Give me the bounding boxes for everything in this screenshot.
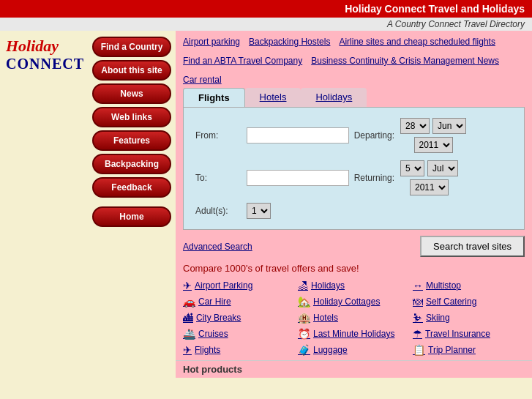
- link-flights[interactable]: ✈Flights: [183, 343, 295, 357]
- nav-airline-sites[interactable]: Airline sites and cheap scheduled flight…: [339, 37, 495, 47]
- luggage-icon: 🧳: [298, 344, 310, 356]
- advanced-search-link[interactable]: Advanced Search: [183, 242, 252, 252]
- self-catering-icon: 🍽: [413, 296, 423, 307]
- returning-label: Returning:: [349, 173, 400, 183]
- link-car-hire[interactable]: 🚗Car Hire: [183, 294, 295, 309]
- tab-flights[interactable]: Flights: [183, 88, 245, 107]
- city-icon: 🏙: [183, 312, 193, 324]
- link-trip-planner[interactable]: 📋Trip Planner: [413, 343, 525, 357]
- skiing-icon: ⛷: [413, 312, 423, 324]
- return-year-select[interactable]: 2011: [410, 179, 449, 195]
- car-icon: 🚗: [183, 296, 195, 307]
- link-airport-parking[interactable]: ✈Airport Parking: [183, 278, 295, 293]
- tab-holidays[interactable]: Holidays: [301, 88, 367, 107]
- to-label: To:: [195, 173, 247, 183]
- link-skiing[interactable]: ⛷Skiing: [413, 310, 525, 325]
- link-luggage[interactable]: 🧳Luggage: [298, 343, 410, 357]
- adults-select[interactable]: 1 2 3 4: [247, 203, 271, 219]
- logo-holiday: Holiday: [6, 37, 82, 56]
- hotels-icon: 🏨: [298, 312, 310, 324]
- depart-month-select[interactable]: Jun: [432, 118, 466, 134]
- link-self-catering[interactable]: 🍽Self Catering: [413, 294, 525, 309]
- nav-car-rental[interactable]: Car rental: [183, 75, 222, 85]
- last-minute-icon: ⏰: [298, 328, 310, 340]
- link-last-minute[interactable]: ⏰Last Minute Holidays: [298, 327, 410, 341]
- nav-airport-parking[interactable]: Airport parking: [183, 37, 240, 47]
- sidebar-item-feedback[interactable]: Feedback: [92, 177, 171, 198]
- sidebar-item-home[interactable]: Home: [92, 206, 171, 227]
- holidays-icon: 🏖: [298, 280, 308, 291]
- search-actions: Advanced Search Search travel sites: [183, 236, 525, 257]
- sidebar-item-features[interactable]: Features: [92, 130, 171, 151]
- sidebar-item-find-country[interactable]: Find a Country: [92, 37, 171, 57]
- cottages-icon: 🏡: [298, 296, 310, 307]
- nav-backpacking-hostels[interactable]: Backpacking Hostels: [249, 37, 330, 47]
- sidebar-item-web-links[interactable]: Web links: [92, 107, 171, 127]
- logo: Holiday CONNECT: [0, 31, 88, 378]
- nav-links: Airport parking Backpacking Hostels Airl…: [176, 31, 532, 88]
- airport-icon: ✈: [183, 280, 192, 291]
- link-cruises[interactable]: 🚢Cruises: [183, 327, 295, 341]
- header-subtitle: A Country Connect Travel Directory: [0, 18, 532, 31]
- insurance-icon: ☂: [413, 328, 422, 340]
- sidebar: Find a CountryAbout this siteNewsWeb lin…: [88, 31, 176, 378]
- logo-connect: CONNECT: [6, 56, 82, 72]
- link-city-breaks[interactable]: 🏙City Breaks: [183, 310, 295, 325]
- departing-label: Departing:: [349, 130, 400, 141]
- trip-icon: 📋: [413, 344, 425, 356]
- nav-business-continuity[interactable]: Business Continuity & Crisis Management …: [311, 56, 499, 66]
- multistop-icon: ↔: [413, 280, 423, 291]
- search-button[interactable]: Search travel sites: [420, 236, 525, 257]
- return-day-select[interactable]: 5: [400, 160, 424, 176]
- sidebar-item-about-site[interactable]: About this site: [92, 60, 171, 81]
- tab-hotels[interactable]: Hotels: [245, 88, 301, 107]
- link-hotels[interactable]: 🏨Hotels: [298, 310, 410, 325]
- compare-title: Compare 1000's of travel offers and save…: [183, 263, 525, 274]
- nav-abta[interactable]: Find an ABTA Travel Company: [183, 56, 302, 66]
- cruises-icon: 🚢: [183, 328, 195, 340]
- compare-grid: ✈Airport Parking 🏖Holidays ↔Multistop 🚗C…: [183, 278, 525, 357]
- link-multistop[interactable]: ↔Multistop: [413, 278, 525, 293]
- sidebar-item-backpacking[interactable]: Backpacking: [92, 154, 171, 174]
- depart-day-select[interactable]: 28: [400, 118, 430, 134]
- return-month-select[interactable]: Jul: [427, 160, 458, 176]
- depart-year-select[interactable]: 2011: [414, 137, 453, 153]
- header-title: Holiday Connect Travel and Holidays: [0, 0, 532, 18]
- sidebar-item-news[interactable]: News: [92, 83, 171, 104]
- search-box: From: Departing: 28 Jun: [183, 107, 525, 230]
- flights-icon: ✈: [183, 344, 192, 356]
- adults-label: Adult(s):: [195, 206, 247, 216]
- compare-section: Compare 1000's of travel offers and save…: [176, 257, 532, 360]
- link-travel-insurance[interactable]: ☂Travel Insurance: [413, 327, 525, 341]
- hot-products: Hot products: [176, 360, 532, 378]
- from-label: From:: [195, 130, 247, 141]
- link-holiday-cottages[interactable]: 🏡Holiday Cottages: [298, 294, 410, 309]
- from-input[interactable]: [247, 127, 349, 143]
- to-input[interactable]: [247, 170, 349, 186]
- link-holidays[interactable]: 🏖Holidays: [298, 278, 410, 293]
